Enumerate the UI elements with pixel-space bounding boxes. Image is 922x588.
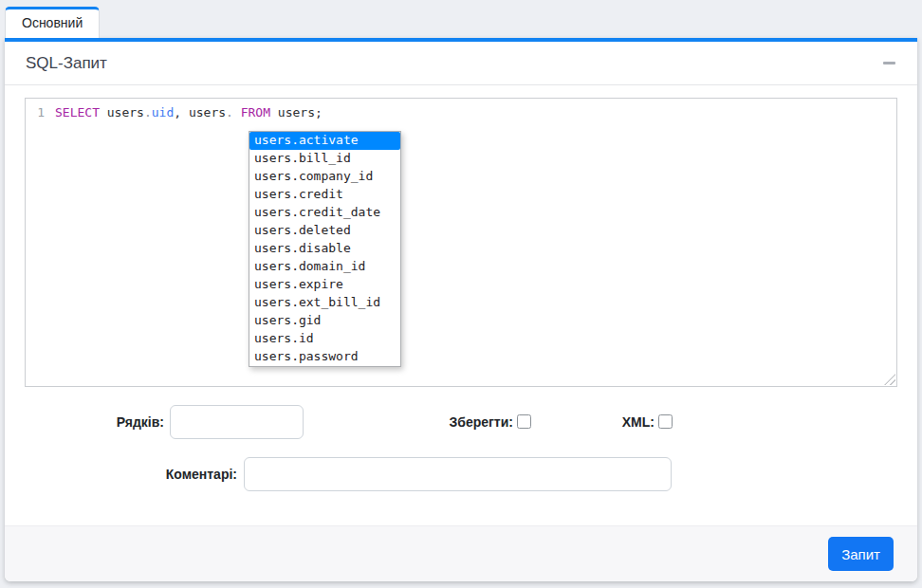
panel-header: SQL-Запит <box>5 42 917 85</box>
line-number: 1 <box>26 103 51 121</box>
autocomplete-item[interactable]: users.company_id <box>249 168 400 186</box>
save-checkbox[interactable] <box>517 414 531 429</box>
panel-footer: Запит <box>5 525 917 581</box>
code-token: . <box>226 105 233 119</box>
sql-query-panel: SQL-Запит 1 SELECT users.uid, users. FRO… <box>5 38 917 581</box>
autocomplete-item[interactable]: users.bill_id <box>249 150 400 168</box>
minus-icon <box>883 62 895 64</box>
resize-handle-icon[interactable] <box>884 374 895 385</box>
autocomplete-item[interactable]: users.disable <box>249 240 400 258</box>
options-row: Рядків: Зберегти: XML: <box>25 405 897 439</box>
code-token: . <box>144 105 152 119</box>
code-token: users; <box>270 105 323 119</box>
tab-main[interactable]: Основний <box>5 7 100 38</box>
code-token: , users <box>174 105 226 119</box>
code-token: SELECT <box>55 105 100 119</box>
code-token: uid <box>152 105 174 119</box>
autocomplete-item[interactable]: users.credit_date <box>249 204 400 222</box>
autocomplete-item[interactable]: users.domain_id <box>249 258 400 276</box>
autocomplete-item[interactable]: users.gid <box>249 312 400 330</box>
autocomplete-item[interactable]: users.activate <box>249 132 400 150</box>
code-token: FROM <box>241 105 270 119</box>
comments-label: Коментарі: <box>25 457 237 491</box>
tab-bar: Основний <box>0 0 922 38</box>
save-label: Зберегти: <box>366 405 513 439</box>
autocomplete-item[interactable]: users.expire <box>249 276 400 294</box>
query-submit-button[interactable]: Запит <box>828 537 894 571</box>
autocomplete-dropdown: users.activate users.bill_id users.compa… <box>249 131 401 367</box>
tab-main-label: Основний <box>22 15 83 30</box>
rows-input[interactable] <box>170 405 304 439</box>
code-token <box>233 105 241 119</box>
autocomplete-item[interactable]: users.id <box>249 330 400 348</box>
comments-row: Коментарі: <box>25 457 897 491</box>
autocomplete-item[interactable]: users.password <box>249 348 400 366</box>
autocomplete-item[interactable]: users.deleted <box>249 222 400 240</box>
xml-label: XML: <box>556 405 655 439</box>
panel-title: SQL-Запит <box>26 54 107 73</box>
code-text: SELECT users.uid, users. FROM users; <box>51 103 323 121</box>
autocomplete-item[interactable]: users.credit <box>249 186 400 204</box>
xml-checkbox[interactable] <box>658 414 673 429</box>
autocomplete-item[interactable]: users.ext_bill_id <box>249 294 400 312</box>
collapse-panel-button[interactable] <box>879 54 898 73</box>
panel-body: 1 SELECT users.uid, users. FROM users; u… <box>5 85 917 525</box>
code-line: 1 SELECT users.uid, users. FROM users; <box>26 99 896 121</box>
sql-code-editor[interactable]: 1 SELECT users.uid, users. FROM users; u… <box>25 98 897 387</box>
rows-label: Рядків: <box>25 405 164 439</box>
comments-input[interactable] <box>244 457 672 491</box>
code-token: users <box>100 105 144 119</box>
